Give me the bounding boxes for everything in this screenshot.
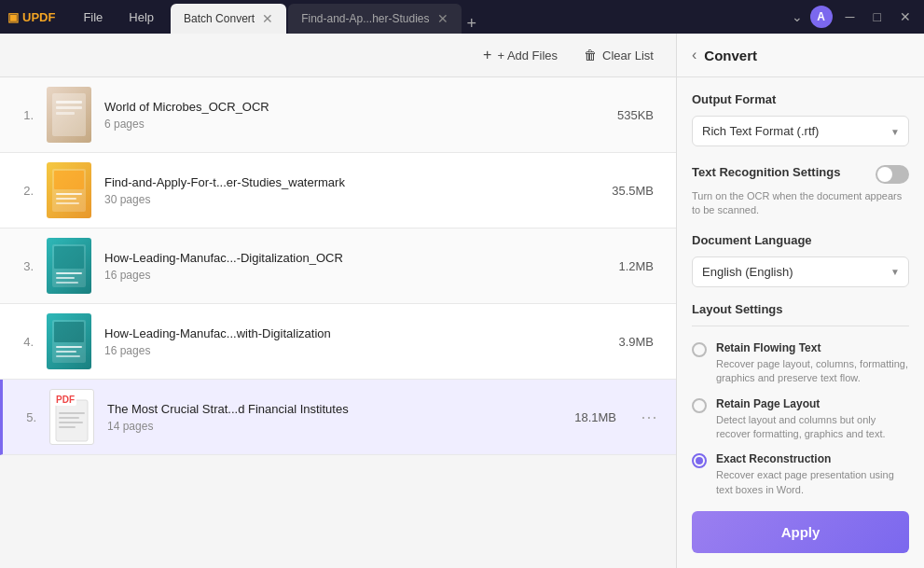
- text-recognition-label: Text Recognition Settings: [692, 165, 840, 179]
- tabs-area: Batch Convert ✕ Find-and-Ap...her-Studie…: [171, 0, 792, 34]
- table-row: 5. PDF The Most Crucial Strat...d Financ…: [0, 380, 676, 455]
- radio-desc-exact: Recover exact page presentation using te…: [716, 468, 909, 496]
- avatar[interactable]: A: [810, 6, 833, 28]
- text-recognition-toggle[interactable]: [876, 165, 909, 184]
- svg-rect-11: [56, 272, 82, 274]
- file-pages: 14 pages: [107, 420, 561, 433]
- right-panel: ‹ Convert Output Format Rich Text Format…: [677, 34, 924, 568]
- radio-desc-page: Detect layout and columns but only recov…: [716, 413, 909, 442]
- panel-header: ‹ Convert: [677, 34, 924, 77]
- table-row: 3. How-Leading-Manufac...-Digitalization…: [0, 229, 676, 304]
- svg-rect-13: [56, 282, 78, 284]
- chevron-down-icon[interactable]: ⌄: [792, 9, 803, 24]
- titlebar: ▣ UPDF File Help Batch Convert ✕ Find-an…: [0, 0, 924, 34]
- entry-number: 1.: [15, 108, 34, 122]
- radio-exact-reconstruction[interactable]: Exact Reconstruction Recover exact page …: [692, 452, 909, 496]
- radio-text-page: Retain Page Layout Detect layout and col…: [716, 397, 909, 442]
- app-logo: ▣ UPDF: [7, 10, 55, 24]
- menu-bar: File Help: [70, 0, 167, 34]
- text-recognition-row: Text Recognition Settings: [692, 165, 909, 184]
- svg-rect-19: [56, 400, 88, 441]
- file-name: How-Leading-Manufac...with-Digitalizatio…: [104, 326, 605, 340]
- svg-rect-3: [56, 112, 75, 115]
- file-name: Find-and-Apply-For-t...er-Studies_waterm…: [104, 175, 599, 189]
- file-info: The Most Crucial Strat...d Financial Ins…: [107, 402, 561, 433]
- file-thumbnail: [47, 313, 91, 369]
- file-size: 3.9MB: [618, 335, 654, 349]
- svg-rect-8: [56, 202, 79, 204]
- file-name: The Most Crucial Strat...d Financial Ins…: [107, 402, 561, 416]
- apply-button[interactable]: Apply: [692, 511, 909, 553]
- radio-label-flowing: Retain Flowing Text: [716, 341, 909, 354]
- layout-settings-label: Layout Settings: [692, 302, 909, 316]
- close-button[interactable]: ✕: [894, 9, 917, 24]
- svg-rect-10: [54, 246, 84, 269]
- radio-retain-flowing[interactable]: Retain Flowing Text Recover page layout,…: [692, 341, 909, 386]
- table-row: 1. World of Microbes_OCR_OCR 6 pages 535…: [0, 77, 676, 153]
- text-recognition-desc: Turn on the OCR when the document appear…: [692, 189, 909, 218]
- svg-rect-7: [56, 198, 76, 200]
- output-format-wrapper: Rich Text Format (.rtf)Word Document (.d…: [692, 116, 909, 146]
- file-info: World of Microbes_OCR_OCR 6 pages: [104, 100, 604, 131]
- file-pages: 16 pages: [104, 269, 605, 282]
- file-size: 35.5MB: [612, 184, 654, 198]
- radio-label-exact: Exact Reconstruction: [716, 452, 909, 465]
- output-format-select[interactable]: Rich Text Format (.rtf)Word Document (.d…: [692, 116, 909, 146]
- svg-rect-15: [54, 322, 84, 342]
- file-entries: 1. World of Microbes_OCR_OCR 6 pages 535…: [0, 77, 676, 568]
- file-list-area: + + Add Files 🗑 Clear List 1. World of M…: [0, 34, 677, 568]
- menu-file[interactable]: File: [70, 0, 116, 34]
- panel-title: Convert: [704, 48, 757, 63]
- entry-number: 3.: [15, 259, 34, 273]
- tab-find-apply-close[interactable]: ✕: [437, 12, 448, 25]
- radio-circle-exact: [692, 453, 707, 468]
- panel-content: Output Format Rich Text Format (.rtf)Wor…: [677, 77, 924, 496]
- output-format-label: Output Format: [692, 92, 909, 106]
- document-language-label: Document Language: [692, 233, 909, 247]
- svg-rect-17: [56, 351, 76, 353]
- file-name: How-Leading-Manufac...-Digitalization_OC…: [104, 251, 605, 265]
- main-area: + + Add Files 🗑 Clear List 1. World of M…: [0, 34, 924, 568]
- svg-rect-18: [56, 355, 80, 357]
- document-language-select[interactable]: English (English)French (Français)German…: [692, 256, 909, 287]
- radio-text-exact: Exact Reconstruction Recover exact page …: [716, 452, 909, 496]
- document-language-wrapper: English (English)French (Français)German…: [692, 256, 909, 287]
- radio-desc-flowing: Recover page layout, columns, formatting…: [716, 357, 909, 386]
- minimize-button[interactable]: ─: [840, 9, 861, 24]
- file-pages: 16 pages: [104, 344, 605, 357]
- file-size: 18.1MB: [574, 410, 616, 424]
- radio-retain-page[interactable]: Retain Page Layout Detect layout and col…: [692, 397, 909, 442]
- maximize-button[interactable]: □: [868, 9, 887, 24]
- toolbar: + + Add Files 🗑 Clear List: [0, 34, 676, 77]
- svg-rect-1: [56, 101, 82, 104]
- menu-help[interactable]: Help: [116, 0, 167, 34]
- radio-circle-page: [692, 398, 707, 413]
- radio-text-flowing: Retain Flowing Text Recover page layout,…: [716, 341, 909, 386]
- tab-find-apply[interactable]: Find-and-Ap...her-Studies ✕: [288, 4, 461, 34]
- file-size: 535KB: [617, 108, 654, 122]
- svg-rect-5: [54, 171, 84, 189]
- table-row: 4. How-Leading-Manufac...with-Digitaliza…: [0, 304, 676, 380]
- radio-circle-flowing: [692, 342, 707, 357]
- file-pages: 30 pages: [104, 193, 599, 206]
- tab-batch-convert[interactable]: Batch Convert ✕: [171, 4, 286, 34]
- trash-icon: 🗑: [584, 48, 597, 62]
- svg-rect-20: [59, 412, 85, 414]
- divider: [692, 326, 909, 326]
- clear-list-button[interactable]: 🗑 Clear List: [576, 44, 661, 66]
- file-info: How-Leading-Manufac...-Digitalization_OC…: [104, 251, 605, 282]
- tab-batch-convert-close[interactable]: ✕: [262, 12, 273, 25]
- svg-rect-22: [59, 422, 83, 423]
- file-thumbnail: [47, 162, 91, 218]
- file-info: How-Leading-Manufac...with-Digitalizatio…: [104, 326, 605, 357]
- table-row: 2. Find-and-Apply-For-t...er-Studies_wat…: [0, 153, 676, 229]
- back-button[interactable]: ‹: [692, 47, 696, 63]
- add-files-button[interactable]: + + Add Files: [476, 43, 565, 67]
- titlebar-actions: ⌄ A ─ □ ✕: [792, 6, 917, 28]
- svg-rect-2: [56, 106, 82, 109]
- file-thumbnail: [47, 238, 91, 294]
- svg-rect-12: [56, 277, 75, 279]
- add-tab-button[interactable]: +: [467, 14, 477, 34]
- more-options-button[interactable]: ⋯: [637, 403, 661, 431]
- radio-label-page: Retain Page Layout: [716, 397, 909, 410]
